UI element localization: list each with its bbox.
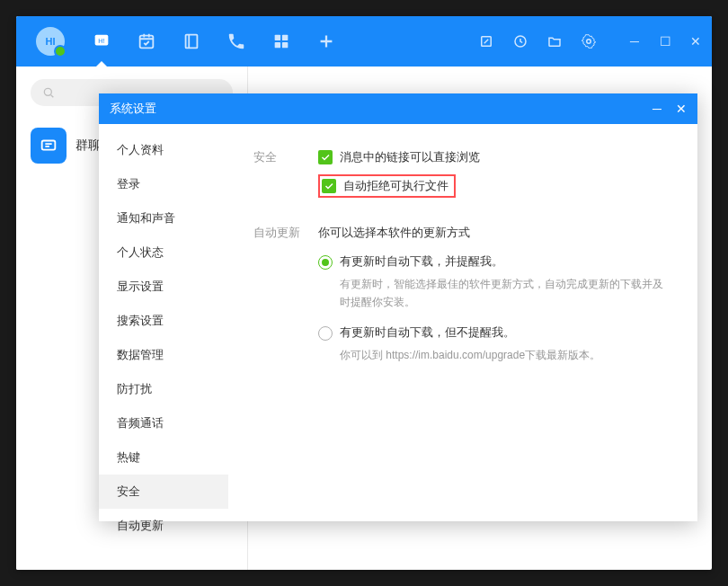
section-update: 自动更新 你可以选择本软件的更新方式 有更新时自动下载，并提醒我。 有更新时，智…: [253, 225, 672, 377]
modal-nav: 个人资料 登录 通知和声音 个人状态 显示设置 搜索设置 数据管理 防打扰 音频…: [99, 124, 228, 521]
section-label-security: 安全: [253, 149, 318, 198]
modal-body: 个人资料 登录 通知和声音 个人状态 显示设置 搜索设置 数据管理 防打扰 音频…: [99, 124, 697, 521]
nav-item-update[interactable]: 自动更新: [99, 509, 228, 543]
nav-item-hotkey[interactable]: 热键: [99, 440, 228, 475]
radio-auto-remind[interactable]: 有更新时自动下载，并提醒我。: [318, 253, 672, 270]
svg-rect-7: [282, 42, 288, 48]
highlight-box: 自动拒绝可执行文件: [318, 174, 456, 198]
svg-point-11: [44, 88, 51, 95]
minimize-button[interactable]: ─: [627, 34, 642, 49]
modal-minimize-button[interactable]: ─: [653, 102, 661, 116]
checkbox-icon: [318, 150, 333, 164]
svg-rect-2: [140, 36, 154, 49]
user-avatar[interactable]: HI: [36, 27, 65, 56]
radio-icon: [318, 326, 333, 341]
nav-item-notification[interactable]: 通知和声音: [99, 201, 228, 235]
svg-rect-6: [275, 42, 280, 48]
modal-content: 安全 消息中的链接可以直接浏览 自动拒绝可执行文件 自动更新: [228, 124, 697, 521]
chat-icon[interactable]: H!: [92, 31, 111, 51]
radio-label: 有更新时自动下载，并提醒我。: [340, 253, 503, 270]
nav-item-audio[interactable]: 音频通话: [99, 406, 228, 440]
conversation-avatar: [31, 128, 67, 164]
svg-rect-3: [186, 35, 198, 49]
history-icon[interactable]: [512, 33, 528, 49]
phone-icon[interactable]: [226, 31, 246, 51]
svg-rect-4: [275, 35, 280, 40]
section-label-update: 自动更新: [253, 225, 318, 377]
window-controls: ─ ☐ ✕: [627, 34, 703, 49]
modal-close-button[interactable]: ✕: [676, 102, 687, 116]
radio-auto-noremind[interactable]: 有更新时自动下载，但不提醒我。: [318, 324, 672, 341]
upgrade-link[interactable]: https://im.baidu.com/upgrade: [386, 349, 525, 361]
settings-icon[interactable]: [581, 33, 597, 49]
nav-icons: H!: [92, 31, 336, 51]
nav-item-status[interactable]: 个人状态: [99, 235, 228, 270]
radio-label: 有更新时自动下载，但不提醒我。: [340, 324, 515, 341]
nav-item-search[interactable]: 搜索设置: [99, 304, 228, 338]
section-security: 安全 消息中的链接可以直接浏览 自动拒绝可执行文件: [253, 149, 672, 198]
modal-title: 系统设置: [110, 101, 156, 117]
modal-header: 系统设置 ─ ✕: [99, 93, 697, 124]
close-button[interactable]: ✕: [688, 34, 703, 49]
calendar-icon[interactable]: [137, 31, 156, 51]
update-desc: 你可以选择本软件的更新方式: [318, 225, 672, 241]
check-reject-exe[interactable]: 自动拒绝可执行文件: [322, 178, 448, 194]
svg-rect-5: [282, 35, 288, 40]
modal-controls: ─ ✕: [653, 102, 687, 116]
checkbox-icon: [322, 179, 336, 193]
radio-desc: 有更新时，智能选择最佳的软件更新方式，自动完成更新的下载并及时提醒你安装。: [340, 275, 672, 312]
svg-rect-12: [42, 141, 56, 150]
plus-icon[interactable]: [316, 31, 336, 51]
nav-item-display[interactable]: 显示设置: [99, 270, 228, 304]
radio-icon: [318, 255, 333, 270]
titlebar: HI H! ─ ☐ ✕: [16, 16, 712, 67]
settings-modal: 系统设置 ─ ✕ 个人资料 登录 通知和声音 个人状态 显示设置 搜索设置 数据…: [99, 93, 697, 521]
conversation-name: 群聊: [75, 138, 101, 154]
apps-icon[interactable]: [271, 31, 291, 51]
check-label: 消息中的链接可以直接浏览: [340, 149, 480, 165]
titlebar-right: ─ ☐ ✕: [478, 33, 703, 49]
nav-item-login[interactable]: 登录: [99, 167, 228, 201]
maximize-button[interactable]: ☐: [658, 34, 672, 49]
nav-item-dnd[interactable]: 防打扰: [99, 372, 228, 406]
radio-desc-2: 你可以到 https://im.baidu.com/upgrade下载最新版本。: [340, 346, 672, 364]
notebook-icon[interactable]: [182, 31, 201, 51]
svg-point-10: [587, 40, 591, 44]
search-icon: [41, 85, 56, 100]
check-label: 自动拒绝可执行文件: [343, 178, 448, 194]
nav-item-profile[interactable]: 个人资料: [99, 133, 228, 167]
svg-text:H!: H!: [98, 37, 104, 45]
nav-item-data[interactable]: 数据管理: [99, 338, 228, 372]
nav-item-security[interactable]: 安全: [99, 475, 228, 509]
screenshot-icon[interactable]: [478, 33, 494, 49]
folder-icon[interactable]: [546, 33, 563, 49]
check-link-browse[interactable]: 消息中的链接可以直接浏览: [318, 149, 672, 165]
